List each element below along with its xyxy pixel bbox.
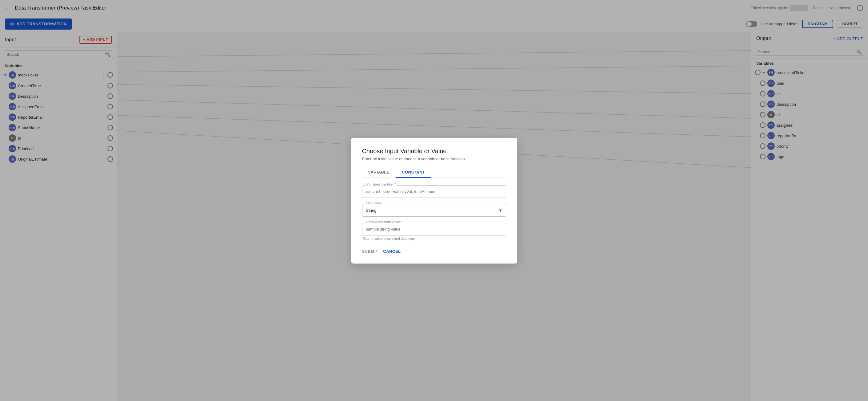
modal-tabs: VARIABLE CONSTANT: [362, 167, 506, 178]
modal-dialog: Choose Input Variable or Value Enter an …: [351, 138, 517, 263]
tab-variable[interactable]: VARIABLE: [362, 167, 396, 178]
modal-actions: SUBMIT CANCEL: [362, 248, 506, 255]
constant-identifier-label: Constant identifier *: [365, 182, 397, 186]
data-type-select[interactable]: String Integer Boolean Double Long JSON: [362, 204, 506, 217]
constant-identifier-group: Constant identifier *: [362, 185, 506, 198]
constant-value-group: Enter a constant value * Enter a value o…: [362, 223, 506, 240]
cancel-button[interactable]: CANCEL: [383, 248, 401, 255]
tab-constant[interactable]: CONSTANT: [396, 167, 431, 178]
constant-value-label: Enter a constant value *: [365, 220, 404, 224]
constant-identifier-input[interactable]: [362, 185, 506, 198]
modal-subtitle: Enter an initial value or choose a varia…: [362, 156, 506, 161]
modal-title: Choose Input Variable or Value: [362, 148, 506, 155]
modal-overlay: Choose Input Variable or Value Enter an …: [0, 0, 868, 401]
constant-value-input[interactable]: [362, 223, 506, 235]
data-type-group: Data Type String Integer Boolean Double …: [362, 204, 506, 217]
constant-value-hint: Enter a value of selected data type: [362, 237, 506, 240]
data-type-select-wrap: String Integer Boolean Double Long JSON …: [362, 204, 506, 217]
submit-button[interactable]: SUBMIT: [362, 248, 378, 255]
